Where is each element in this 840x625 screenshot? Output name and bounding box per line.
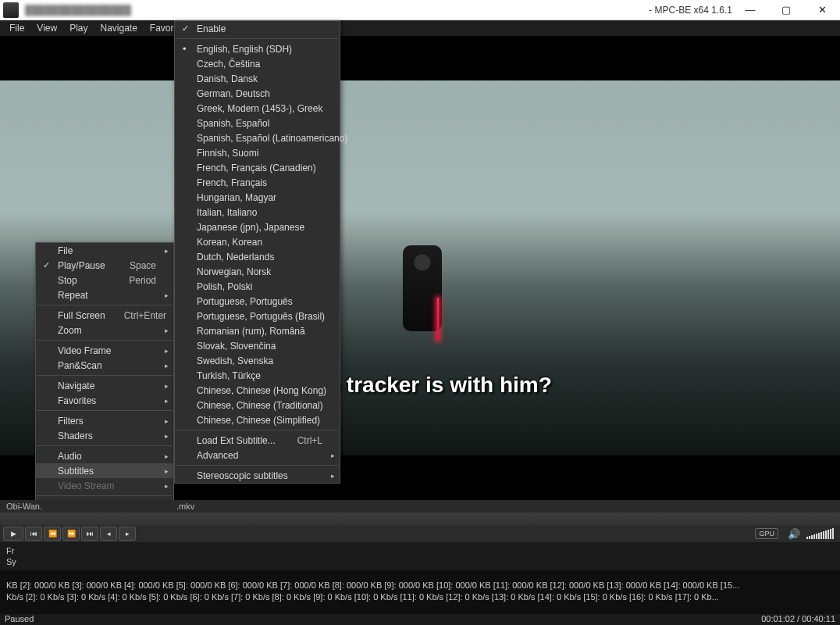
subtitles-menu-item[interactable]: Chinese, Chinese (Traditional) xyxy=(175,398,340,412)
next-button[interactable]: ⏭ xyxy=(81,527,98,541)
context-menu-item[interactable]: Pan&Scan xyxy=(36,358,173,373)
subtitles-menu-item[interactable]: Advanced xyxy=(175,448,340,462)
subtitles-menu-item[interactable]: French, Français xyxy=(175,175,340,190)
subtitles-menu-item[interactable]: Greek, Modern (1453-), Greek xyxy=(175,101,340,116)
subtitles-menu-item[interactable]: Spanish, Español (Latinoamericano) xyxy=(175,130,340,145)
subtitles-menu-item[interactable]: Romanian (rum), Română xyxy=(175,323,340,338)
stats-kb-line: KB [2]: 000/0 KB [3]: 000/0 KB [4]: 000/… xyxy=(6,580,834,591)
context-menu-item[interactable]: Zoom xyxy=(36,323,173,338)
subtitles-menu-item[interactable]: Polish, Polski xyxy=(175,279,340,294)
subtitles-menu-item[interactable]: Slovak, Slovenčina xyxy=(175,338,340,353)
subtitles-menu-item[interactable]: Spanish, Español xyxy=(175,116,340,130)
context-menu-item[interactable]: Video Frame xyxy=(36,343,173,358)
context-menu-item[interactable]: Play/PauseSpace xyxy=(36,258,173,273)
menu-item-label: Hungarian, Magyar xyxy=(197,192,276,203)
subtitles-menu-item[interactable]: Chinese, Chinese (Simplified) xyxy=(175,412,340,427)
context-menu-item[interactable]: File xyxy=(36,243,173,258)
menu-item-label: French, Français xyxy=(197,177,267,188)
context-menu-item[interactable]: Audio xyxy=(36,448,173,463)
menu-item-label: Subtitles xyxy=(58,466,94,477)
menu-item-label: Enable xyxy=(197,23,226,34)
menu-item-label: Korean, Korean xyxy=(197,237,262,248)
menu-item-label: Chinese, Chinese (Traditional) xyxy=(197,400,323,411)
filename-ext: .mkv xyxy=(176,500,194,512)
menu-item-label: German, Deutsch xyxy=(197,88,270,99)
info-panel-2: KB [2]: 000/0 KB [3]: 000/0 KB [4]: 000/… xyxy=(0,570,840,614)
context-menu-item[interactable]: Repeat xyxy=(36,288,173,302)
subtitles-menu-item[interactable]: Italian, Italiano xyxy=(175,205,340,220)
subtitles-menu-item[interactable]: Enable xyxy=(175,21,340,36)
menu-item-label: Repeat xyxy=(58,290,88,301)
subtitles-menu-item[interactable]: Chinese, Chinese (Hong Kong) xyxy=(175,383,340,398)
status-bar: Paused 00:01:02 / 00:40:11 xyxy=(0,614,840,625)
seekbar[interactable] xyxy=(0,512,840,525)
menu-item-label: Czech, Čeština xyxy=(197,59,260,70)
menu-item-label: Load Ext Subtitle... xyxy=(197,435,276,446)
context-menu-item[interactable]: Shaders xyxy=(36,428,173,443)
volume-bars[interactable] xyxy=(806,528,834,539)
subtitles-menu-item[interactable]: Portuguese, Português xyxy=(175,294,340,309)
menu-item-label: Play/Pause xyxy=(58,260,105,271)
context-menu-item[interactable]: Full ScreenCtrl+Enter xyxy=(36,308,173,323)
menu-navigate[interactable]: Navigate xyxy=(94,21,143,35)
context-menu-item[interactable]: Favorites xyxy=(36,393,173,408)
context-menu-separator xyxy=(37,445,173,446)
menu-item-label: Finnish, Suomi xyxy=(197,148,258,159)
filename-bar: Obi-Wan. .mkv xyxy=(0,500,840,512)
menu-item-label: File xyxy=(58,245,73,256)
subtitles-menu-item[interactable]: Danish, Dansk xyxy=(175,71,340,86)
close-button[interactable]: ✕ xyxy=(804,0,840,20)
subtitles-menu-item[interactable]: German, Deutsch xyxy=(175,86,340,101)
subtitles-menu-item[interactable]: Stereoscopic subtitles xyxy=(175,468,340,483)
menu-view[interactable]: View xyxy=(30,21,63,35)
info-panel-1: Fr Sy xyxy=(0,542,840,570)
subtitles-menu-item[interactable]: Turkish, Türkçe xyxy=(175,368,340,383)
subtitles-menu-item[interactable]: Load Ext Subtitle...Ctrl+L xyxy=(175,433,340,448)
menu-item-shortcut: Ctrl+Enter xyxy=(105,310,166,321)
subtitles-menu-item[interactable]: Dutch, Nederlands xyxy=(175,249,340,264)
gpu-badge: GPU xyxy=(755,528,778,539)
menu-item-label: Chinese, Chinese (Simplified) xyxy=(197,415,320,426)
control-bar: ▶ ⏮ ⏪ ⏩ ⏭ ◂ ▸ GPU 🔊 xyxy=(0,525,840,542)
subtitles-menu-item[interactable]: Hungarian, Magyar xyxy=(175,190,340,205)
window-title-suffix: - MPC-BE x64 1.6.1 xyxy=(649,5,732,16)
subtitles-menu-item[interactable]: French, Français (Canadien) xyxy=(175,160,340,175)
minimize-button[interactable]: — xyxy=(732,0,768,20)
menu-item-label: Audio xyxy=(58,451,82,462)
subtitles-menu-item[interactable]: Japanese (jpn), Japanese xyxy=(175,220,340,234)
subtitles-menu-item[interactable]: Norwegian, Norsk xyxy=(175,264,340,279)
volume-icon[interactable]: 🔊 xyxy=(788,528,800,540)
play-button[interactable]: ▶ xyxy=(3,527,23,541)
context-menu-separator xyxy=(37,305,173,305)
time-display: 00:01:02 / 00:40:11 xyxy=(761,614,835,625)
subtitles-menu-item[interactable]: Czech, Čeština xyxy=(175,56,340,71)
step-fwd-button[interactable]: ▸ xyxy=(119,527,136,541)
subtitles-menu-item[interactable]: English, English (SDH) xyxy=(175,41,340,56)
step-back-button[interactable]: ◂ xyxy=(100,527,117,541)
rewind-button[interactable]: ⏪ xyxy=(44,527,61,541)
context-menu-item[interactable]: Filters xyxy=(36,413,173,428)
maximize-button[interactable]: ▢ xyxy=(768,0,804,20)
subtitles-menu-item[interactable]: Finnish, Suomi xyxy=(175,145,340,160)
stats-kbs-line: Kb/s [2]: 0 Kb/s [3]: 0 Kb/s [4]: 0 Kb/s… xyxy=(6,591,834,603)
menu-item-label: Chinese, Chinese (Hong Kong) xyxy=(197,385,326,396)
menubar: File View Play Navigate Favorites Help xyxy=(0,20,840,36)
menu-item-label: Stereoscopic subtitles xyxy=(197,470,288,481)
menu-file[interactable]: File xyxy=(3,21,30,35)
menu-item-label: Video Stream xyxy=(58,480,115,491)
forward-button[interactable]: ⏩ xyxy=(62,527,80,541)
menu-play[interactable]: Play xyxy=(63,21,94,35)
subtitles-menu-separator xyxy=(176,465,339,466)
menu-item-label: Zoom xyxy=(58,325,82,336)
subtitles-menu-item[interactable]: Portuguese, Português (Brasil) xyxy=(175,309,340,323)
prev-button[interactable]: ⏮ xyxy=(25,527,42,541)
context-menu-item[interactable]: StopPeriod xyxy=(36,273,173,288)
menu-item-shortcut: Period xyxy=(110,275,156,286)
subtitles-menu-item[interactable]: Swedish, Svenska xyxy=(175,353,340,368)
context-menu-item[interactable]: Navigate xyxy=(36,378,173,393)
subtitles-menu-separator xyxy=(176,430,339,430)
context-menu-item: Video Stream xyxy=(36,478,173,493)
filename-left: Obi-Wan. xyxy=(6,502,42,511)
context-menu-item[interactable]: Subtitles xyxy=(36,463,173,478)
subtitles-menu-item[interactable]: Korean, Korean xyxy=(175,234,340,249)
